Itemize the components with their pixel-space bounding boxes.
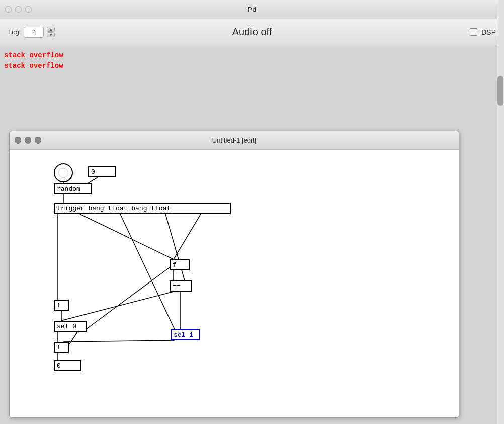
patch-window-controls [15, 137, 41, 144]
toolbar-right: DSP [470, 28, 496, 36]
svg-line-5 [120, 214, 175, 329]
close-button[interactable] [5, 6, 12, 13]
svg-line-7 [174, 214, 201, 259]
patch-title-bar: Untitled-1 [edit] [10, 131, 459, 150]
number-box-2[interactable]: 0 [54, 360, 81, 371]
svg-line-9 [61, 292, 174, 321]
console-area: stack overflow stack overflow [0, 45, 504, 76]
patch-minimize-button[interactable] [25, 137, 31, 144]
title-bar: Pd [0, 0, 504, 19]
patch-content[interactable]: 0 random trigger bang float bang float f… [10, 150, 459, 417]
bang-inner [58, 168, 68, 178]
window-controls [5, 6, 32, 13]
eq-object[interactable]: == [170, 280, 192, 292]
f1-label: f [173, 261, 177, 269]
toolbar-left: Log: ▲ ▼ [8, 27, 55, 38]
f3-label: f [57, 344, 61, 351]
spinner-up[interactable]: ▲ [47, 27, 55, 32]
patch-close-button[interactable] [15, 137, 21, 144]
patch-window: Untitled-1 [edit] [9, 131, 459, 418]
trigger-object[interactable]: trigger bang float bang float [54, 203, 231, 214]
eq-label: == [173, 282, 181, 290]
patch-maximize-button[interactable] [35, 137, 41, 144]
svg-line-1 [88, 177, 98, 183]
scrollbar-vertical[interactable] [497, 0, 504, 424]
console-line-2: stack overflow [4, 61, 500, 72]
toolbar: Log: ▲ ▼ Audio off DSP [0, 19, 504, 45]
svg-line-4 [80, 214, 174, 259]
dsp-label: DSP [481, 28, 496, 36]
sel1-object[interactable]: sel 1 [171, 329, 200, 340]
svg-line-16 [63, 340, 175, 342]
f-object-2[interactable]: f [54, 300, 69, 311]
app-title: Pd [248, 6, 256, 13]
spinner-down[interactable]: ▼ [47, 32, 55, 37]
svg-line-13 [82, 259, 181, 332]
sel1-label: sel 1 [174, 331, 193, 339]
number-box-2-value: 0 [57, 362, 61, 370]
scrollbar-thumb[interactable] [497, 76, 503, 106]
svg-line-6 [165, 214, 185, 280]
f-object-1[interactable]: f [170, 259, 190, 270]
patch-title: Untitled-1 [edit] [212, 136, 256, 144]
bang-object[interactable] [54, 163, 73, 182]
f2-label: f [57, 302, 61, 309]
maximize-button[interactable] [25, 6, 32, 13]
number-box-1[interactable]: 0 [88, 166, 116, 177]
log-spinner: ▲ ▼ [47, 27, 55, 37]
main-window: Pd Log: ▲ ▼ Audio off DSP stack overflow… [0, 0, 504, 424]
number-box-1-value: 0 [91, 168, 95, 176]
minimize-button[interactable] [15, 6, 22, 13]
log-label: Log: [8, 28, 21, 36]
dsp-checkbox[interactable] [470, 28, 477, 36]
trigger-label: trigger bang float bang float [57, 205, 171, 213]
audio-status: Audio off [232, 26, 272, 38]
random-object[interactable]: random [54, 183, 92, 194]
f-object-3[interactable]: f [54, 342, 69, 353]
console-line-1: stack overflow [4, 50, 500, 61]
random-label: random [57, 185, 80, 193]
sel0-object[interactable]: sel 0 [54, 321, 87, 332]
sel0-label: sel 0 [57, 323, 76, 330]
log-input[interactable] [24, 27, 44, 38]
